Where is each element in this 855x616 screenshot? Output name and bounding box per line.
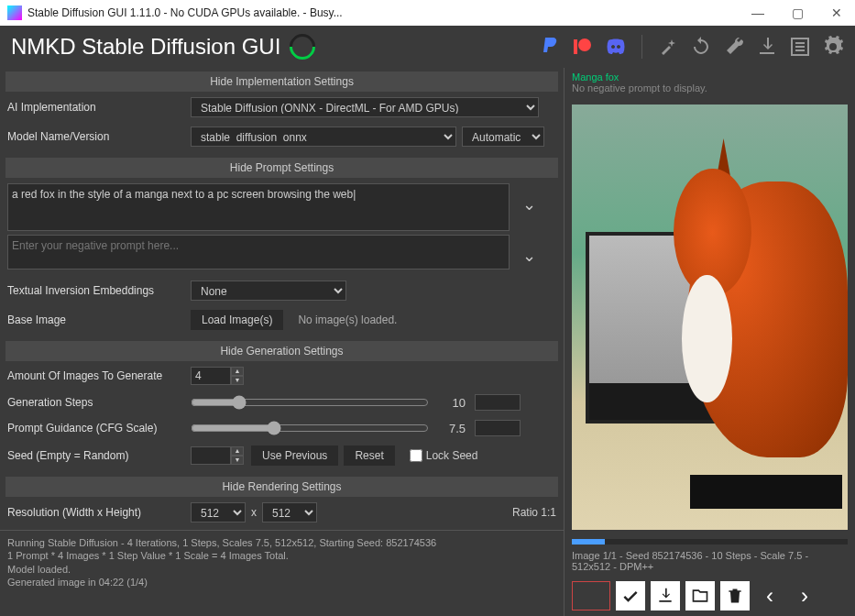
- amount-down[interactable]: ▼: [231, 376, 244, 385]
- reset-seed-button[interactable]: Reset: [344, 446, 394, 466]
- save-button[interactable]: [651, 581, 680, 610]
- ai-impl-label: AI Implementation: [7, 101, 191, 114]
- amount-input[interactable]: [191, 367, 231, 385]
- amount-label: Amount Of Images To Generate: [7, 369, 191, 382]
- thumbnail[interactable]: [572, 581, 610, 610]
- cfg-label: Prompt Guidance (CFG Scale): [7, 422, 191, 434]
- render-section-header[interactable]: Hide Rendering Settings: [5, 477, 558, 497]
- logo-icon: [285, 28, 322, 65]
- svg-point-1: [578, 38, 591, 51]
- steps-value: 10: [438, 396, 466, 410]
- prompt-input[interactable]: a red fox in the style of a manga next t…: [7, 183, 510, 231]
- folder-button[interactable]: [685, 581, 715, 610]
- log-line: Running Stable Diffusion - 4 Iterations,…: [7, 536, 556, 549]
- negative-prompt-input[interactable]: [7, 235, 510, 270]
- gear-icon[interactable]: [822, 36, 844, 58]
- resolution-label: Resolution (Width x Height): [7, 506, 191, 519]
- textual-inv-label: Textual Inversion Embeddings: [7, 284, 191, 297]
- res-width-select[interactable]: 512: [191, 502, 246, 522]
- log-line: Model loaded.: [7, 563, 556, 576]
- ai-impl-select[interactable]: Stable Diffusion (ONNX - DirectML - For …: [191, 97, 539, 117]
- log-panel: Running Stable Diffusion - 4 Iterations,…: [0, 530, 564, 594]
- maximize-button[interactable]: ▢: [786, 4, 809, 22]
- log-line: Generated image in 04:22 (1/4): [7, 576, 556, 588]
- svg-rect-0: [574, 39, 577, 54]
- delete-button[interactable]: [720, 581, 750, 610]
- list-icon[interactable]: [789, 36, 811, 58]
- gen-section-header[interactable]: Hide Generation Settings: [5, 341, 558, 361]
- wrench-icon[interactable]: [723, 36, 745, 58]
- amount-up[interactable]: ▲: [231, 367, 244, 376]
- cfg-slider[interactable]: [191, 421, 429, 435]
- textual-inv-select[interactable]: None: [191, 280, 346, 301]
- check-button[interactable]: [616, 581, 645, 610]
- app-title: NMKD Stable Diffusion GUI: [11, 34, 280, 60]
- app-icon: [7, 6, 22, 20]
- preview-neg-text: No negative prompt to display.: [572, 82, 848, 94]
- seed-up[interactable]: ▲: [231, 446, 244, 456]
- close-button[interactable]: ✕: [826, 4, 848, 22]
- model-label: Model Name/Version: [7, 130, 191, 143]
- base-image-label: Base Image: [7, 314, 191, 326]
- seed-label: Seed (Empty = Random): [7, 449, 191, 462]
- res-height-select[interactable]: 512: [262, 502, 317, 522]
- impl-section-header[interactable]: Hide Implementation Settings: [5, 72, 558, 92]
- download-icon[interactable]: [756, 36, 778, 58]
- paypal-icon[interactable]: [539, 36, 561, 58]
- steps-box[interactable]: [475, 394, 521, 411]
- prompt-section-header[interactable]: Hide Prompt Settings: [5, 158, 558, 178]
- expand-neg-prompt-button[interactable]: ⌄: [515, 235, 543, 277]
- prev-image-button[interactable]: ‹: [755, 581, 784, 610]
- ratio-text: Ratio 1:1: [512, 506, 556, 519]
- steps-label: Generation Steps: [7, 396, 191, 409]
- patreon-icon[interactable]: [572, 36, 594, 58]
- lock-seed-checkbox[interactable]: [410, 449, 422, 462]
- use-previous-button[interactable]: Use Previous: [251, 446, 338, 466]
- seed-input[interactable]: [191, 446, 231, 465]
- progress-bar: [572, 539, 848, 544]
- image-info: Image 1/1 - Seed 852174536 - 10 Steps - …: [565, 546, 855, 576]
- window-title: Stable Diffusion GUI 1.11.0 - No CUDA GP…: [27, 6, 343, 19]
- cfg-box[interactable]: [475, 420, 521, 436]
- lock-seed-label: Lock Seed: [426, 449, 478, 462]
- log-line: 1 Prompt * 4 Images * 1 Step Value * 1 S…: [7, 549, 556, 562]
- cfg-value: 7.5: [438, 422, 466, 435]
- no-images-text: No image(s) loaded.: [298, 314, 397, 326]
- minimize-button[interactable]: —: [746, 4, 770, 22]
- preview-title: Manga fox: [572, 72, 848, 82]
- preview-image[interactable]: [572, 104, 848, 530]
- x-separator: x: [251, 506, 257, 519]
- next-image-button[interactable]: ›: [790, 581, 819, 610]
- separator: [641, 35, 642, 59]
- expand-prompt-button[interactable]: ⌄: [515, 183, 543, 226]
- model-auto-select[interactable]: Automatic: [462, 126, 544, 147]
- seed-down[interactable]: ▼: [231, 456, 244, 465]
- load-images-button[interactable]: Load Image(s): [191, 310, 283, 330]
- magic-wand-icon[interactable]: [657, 36, 679, 58]
- model-select[interactable]: stable_diffusion_onnx: [191, 126, 456, 147]
- refresh-icon[interactable]: [690, 36, 712, 58]
- steps-slider[interactable]: [191, 395, 429, 410]
- discord-icon[interactable]: [605, 36, 627, 58]
